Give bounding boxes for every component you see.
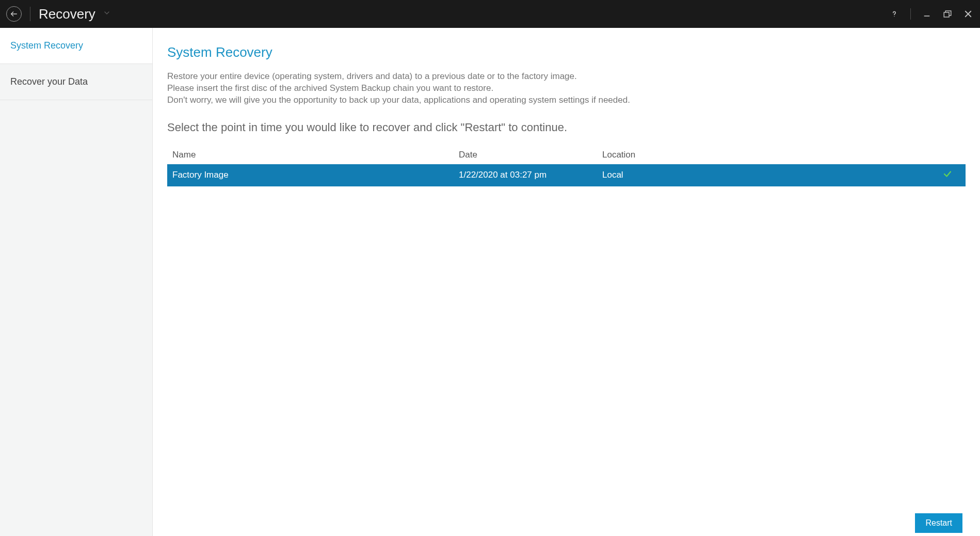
row-date: 1/22/2020 at 03:27 pm xyxy=(459,170,602,180)
sidebar-item-system-recovery[interactable]: System Recovery xyxy=(0,28,152,64)
back-arrow-icon xyxy=(10,10,18,18)
row-name: Factory Image xyxy=(172,170,459,180)
maximize-icon xyxy=(943,9,952,19)
column-header-date: Date xyxy=(459,150,602,160)
column-header-location: Location xyxy=(602,150,935,160)
app-title: Recovery xyxy=(39,6,95,22)
help-icon xyxy=(890,9,899,19)
sidebar-item-recover-data[interactable]: Recover your Data xyxy=(0,64,152,100)
page-description: Restore your entire device (operating sy… xyxy=(167,71,966,106)
titlebar-separator-right xyxy=(910,8,911,20)
page-title: System Recovery xyxy=(167,44,966,60)
recovery-points-table: Name Date Location Factory Image 1/22/20… xyxy=(167,146,966,186)
sidebar: System Recovery Recover your Data xyxy=(0,28,153,536)
help-button[interactable] xyxy=(889,8,900,20)
back-button[interactable] xyxy=(6,6,22,22)
close-icon xyxy=(963,9,973,19)
description-line: Restore your entire device (operating sy… xyxy=(167,71,966,83)
table-row[interactable]: Factory Image 1/22/2020 at 03:27 pm Loca… xyxy=(167,164,966,186)
chevron-down-icon xyxy=(103,9,111,17)
window-controls xyxy=(889,8,974,20)
svg-rect-3 xyxy=(944,12,949,17)
titlebar: Recovery xyxy=(0,0,980,28)
title-dropdown[interactable] xyxy=(103,9,111,19)
sidebar-item-label: System Recovery xyxy=(10,40,83,51)
maximize-button[interactable] xyxy=(942,8,953,20)
description-line: Don't worry, we will give you the opport… xyxy=(167,94,966,106)
restart-button[interactable]: Restart xyxy=(915,513,962,533)
minimize-button[interactable] xyxy=(921,8,933,20)
table-header: Name Date Location xyxy=(167,146,966,164)
check-icon xyxy=(943,169,952,179)
instruction-text: Select the point in time you would like … xyxy=(167,121,966,134)
main-content: System Recovery Restore your entire devi… xyxy=(153,28,980,536)
row-selected-check xyxy=(935,169,960,181)
sidebar-item-label: Recover your Data xyxy=(10,76,88,87)
footer: Restart xyxy=(167,507,966,536)
titlebar-separator xyxy=(30,7,30,21)
column-header-name: Name xyxy=(172,150,459,160)
close-button[interactable] xyxy=(962,8,974,20)
description-line: Please insert the first disc of the arch… xyxy=(167,83,966,94)
minimize-icon xyxy=(923,10,931,18)
row-location: Local xyxy=(602,170,935,180)
svg-point-1 xyxy=(894,16,894,17)
